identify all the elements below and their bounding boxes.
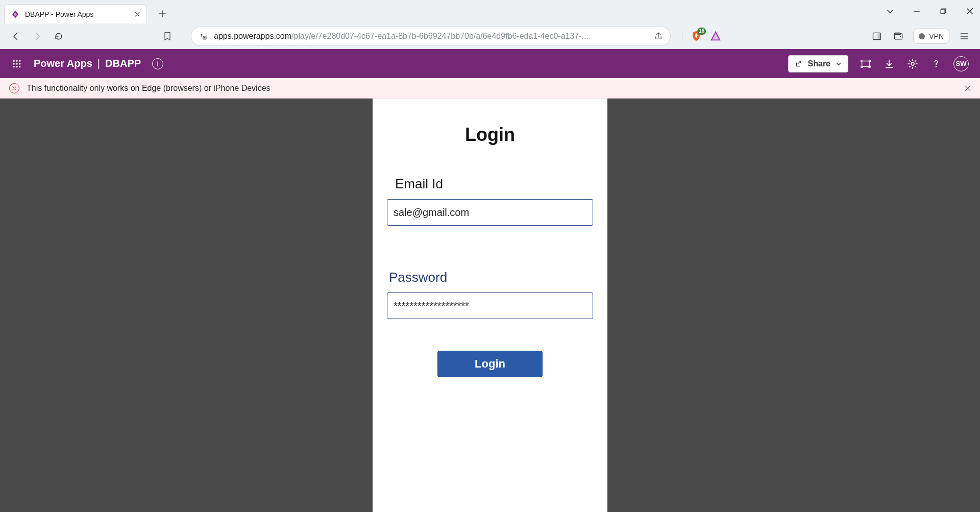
login-title: Login [373, 124, 607, 145]
shields-badge: 16 [697, 28, 706, 35]
settings-gear-icon[interactable] [906, 58, 919, 70]
password-label: Password [387, 270, 593, 285]
wallet-icon[interactable] [892, 30, 905, 43]
nav-forward-button[interactable] [31, 30, 44, 43]
svg-point-13 [900, 36, 901, 37]
banner-close-icon[interactable] [963, 83, 973, 93]
user-avatar[interactable]: SW [953, 56, 969, 71]
email-input[interactable] [387, 199, 593, 226]
tab-close-icon[interactable] [133, 10, 141, 18]
browser-tab-title: DBAPP - Power Apps [25, 10, 128, 18]
login-button-label: Login [475, 357, 505, 370]
site-info-icon[interactable] [199, 32, 208, 41]
url-text: apps.powerapps.com/play/e/7e280d07-4c67-… [214, 32, 648, 41]
svg-rect-23 [862, 61, 870, 66]
browser-chrome: DBAPP - Power Apps [0, 0, 980, 49]
vpn-label: VPN [929, 32, 944, 40]
brand-separator: | [97, 58, 100, 69]
svg-point-4 [201, 34, 202, 35]
share-url-icon[interactable] [654, 32, 663, 41]
nav-back-button[interactable] [9, 30, 22, 43]
svg-point-24 [911, 62, 914, 65]
svg-rect-10 [878, 33, 881, 39]
warning-message: This functionality only works on Edge (b… [27, 84, 271, 93]
svg-point-21 [16, 66, 17, 67]
window-maximize-icon[interactable] [937, 5, 949, 17]
nav-reload-button[interactable] [52, 30, 65, 43]
svg-point-19 [19, 63, 20, 64]
search-tabs-icon[interactable] [884, 5, 896, 17]
divider [682, 31, 682, 42]
app-canvas: Login Email Id Password Login [0, 99, 980, 512]
app-info-icon[interactable]: i [152, 58, 163, 69]
password-input[interactable] [387, 292, 593, 319]
svg-point-15 [16, 60, 17, 61]
share-button-label: Share [808, 59, 830, 68]
svg-point-22 [19, 66, 20, 67]
bookmark-icon[interactable] [160, 31, 175, 41]
browser-tab-active[interactable]: DBAPP - Power Apps [4, 4, 147, 23]
app-launcher-icon[interactable] [11, 58, 22, 69]
sidebar-panel-icon[interactable] [870, 30, 884, 43]
brave-rewards-icon[interactable] [710, 31, 721, 42]
share-button[interactable]: Share [788, 55, 848, 72]
vpn-status-dot [919, 33, 925, 39]
url-path: /play/e/7e280d07-4c67-ea1a-8b7b-6b69247b… [291, 32, 589, 40]
svg-point-20 [13, 66, 15, 67]
app-breadcrumb: Power Apps | DBAPP [34, 58, 141, 69]
chevron-down-icon [836, 61, 842, 67]
browser-menu-icon[interactable] [958, 30, 971, 43]
svg-rect-3 [941, 10, 945, 14]
svg-point-14 [13, 60, 15, 61]
help-icon[interactable] [930, 58, 942, 70]
svg-point-25 [936, 66, 937, 67]
svg-rect-6 [204, 37, 206, 39]
avatar-initials: SW [956, 60, 967, 67]
new-tab-button[interactable] [154, 6, 170, 22]
brave-shields-icon[interactable]: 16 [690, 30, 703, 43]
powerapps-header: Power Apps | DBAPP i Share SW [0, 49, 980, 78]
warning-banner: This functionality only works on Edge (b… [0, 78, 980, 99]
window-minimize-icon[interactable] [911, 5, 923, 17]
email-label: Email Id [387, 176, 593, 192]
svg-marker-8 [712, 32, 720, 40]
login-form: Email Id Password Login [373, 176, 607, 377]
svg-point-18 [16, 63, 17, 64]
login-button[interactable]: Login [437, 351, 543, 377]
fit-to-screen-icon[interactable] [860, 58, 872, 70]
svg-point-17 [13, 63, 15, 64]
extension-icons: 16 [682, 30, 721, 43]
url-host: apps.powerapps.com [214, 32, 291, 40]
browser-tabstrip: DBAPP - Power Apps [0, 0, 980, 23]
powerapps-favicon [11, 10, 20, 19]
url-omnibox[interactable]: apps.powerapps.com/play/e/7e280d07-4c67-… [191, 27, 671, 46]
browser-right-controls: VPN [870, 29, 971, 44]
vpn-button[interactable]: VPN [913, 29, 949, 44]
brand-product[interactable]: Power Apps [34, 58, 92, 69]
download-icon[interactable] [883, 58, 895, 70]
window-close-icon[interactable] [964, 5, 976, 17]
svg-point-16 [19, 60, 20, 61]
brand-app-name[interactable]: DBAPP [105, 58, 141, 69]
login-screen: Login Email Id Password Login [373, 99, 607, 512]
browser-address-bar: apps.powerapps.com/play/e/7e280d07-4c67-… [0, 23, 980, 49]
window-controls [884, 5, 976, 17]
error-icon [9, 83, 19, 93]
